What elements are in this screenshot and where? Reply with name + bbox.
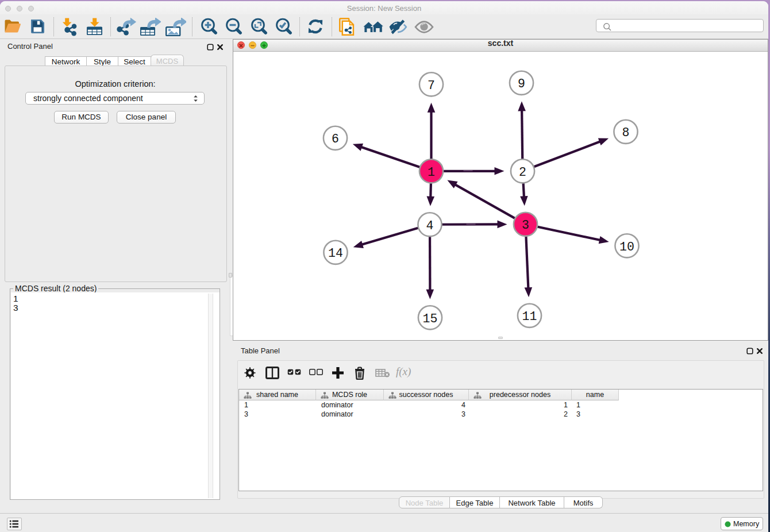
svg-text:1: 1 [428, 165, 435, 179]
svg-text:6: 6 [332, 132, 339, 146]
svg-text:10: 10 [619, 240, 634, 254]
svg-text:11: 11 [522, 310, 537, 323]
svg-text:15: 15 [423, 312, 438, 326]
svg-text:9: 9 [518, 77, 525, 91]
svg-text:7: 7 [428, 79, 435, 92]
svg-text:4: 4 [426, 219, 434, 233]
svg-text:8: 8 [622, 126, 630, 140]
svg-text:14: 14 [328, 246, 343, 260]
svg-text:2: 2 [519, 165, 526, 179]
svg-text:3: 3 [522, 218, 529, 232]
